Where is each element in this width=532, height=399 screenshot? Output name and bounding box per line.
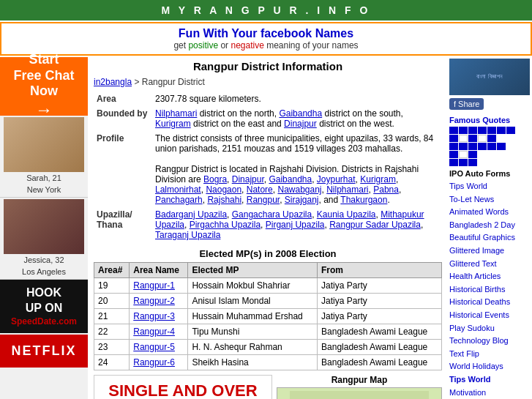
kurigram-link[interactable]: Kurigram (155, 119, 191, 129)
lalmonirhat-link[interactable]: Lalmonirhat (155, 184, 201, 195)
nilphamari-link2[interactable]: Nilphamari (326, 184, 368, 195)
person-label-2: Jessica, 32 (1, 254, 86, 266)
color-blocks (449, 127, 531, 166)
naogaon-link[interactable]: Naogaon (206, 184, 241, 195)
person-ad-2: Jessica, 32 Los Angeles (0, 198, 88, 280)
bogra-link[interactable]: Bogra (203, 174, 227, 184)
col-from: From (318, 263, 442, 278)
top-banner-image: বাংলা বিজ্ঞাপন (449, 59, 530, 95)
sidebar-link[interactable]: Historical Births (449, 283, 531, 297)
dinajpur-link2[interactable]: Dinajpur (232, 174, 264, 184)
kaunia-link[interactable]: Kaunia Upazila (317, 209, 376, 220)
svg-rect-0 (290, 391, 429, 399)
sidebar-link[interactable]: Glittered Text (449, 258, 531, 271)
col-area-name: Area Name (130, 263, 188, 278)
rangpur-area-link[interactable]: Rangpur-6 (133, 357, 175, 368)
chat-ad[interactable]: Start Free Chat Now → (0, 57, 88, 116)
site-logo[interactable]: M Y R A N G P U R . I N F O (162, 4, 371, 16)
site-header: M Y R A N G P U R . I N F O (0, 0, 532, 20)
kurigram-link2[interactable]: Kurigram (360, 174, 396, 184)
info-table: Area 2307.78 square kilometers. Bounded … (94, 92, 442, 242)
singles-ad[interactable]: SINGLE AND OVER 40 TRY (94, 375, 272, 399)
thakurgaon-link[interactable]: Thakurgaon (340, 195, 387, 205)
map-section: Rangpur Map W ← RANGPUR → E DISTRICT Ran… (277, 375, 442, 399)
nawabganj-link[interactable]: Nawabganj (277, 184, 321, 195)
info-row-upazilla: Upazilla/Thana Badarganj Upazila, Gangac… (94, 207, 442, 242)
sidebar-link[interactable]: Animated Words (449, 206, 531, 219)
person-image-1 (4, 117, 84, 172)
sidebar-link[interactable]: Glittered Image (449, 245, 531, 258)
right-sidebar: বাংলা বিজ্ঞাপন f Share Famous Quotes (448, 57, 532, 399)
sidebar-link[interactable]: Health Articles (449, 270, 531, 283)
joypurhat-link[interactable]: Joypurhat (317, 174, 356, 184)
person-location-2: Los Angeles (1, 266, 86, 277)
main-layout: Start Free Chat Now → Sarah, 21 New York… (0, 57, 532, 399)
badarganj-link[interactable]: Badarganj Upazila (155, 209, 227, 220)
election-table-header: Area# Area Name Elected MP From (94, 263, 442, 278)
pirgachha-link[interactable]: Pirgachha Upazila (190, 220, 261, 230)
pabna-link[interactable]: Pabna (373, 184, 399, 195)
election-row: 20 Rangpur-2 Anisul Islam Mondal Jatiya … (94, 294, 442, 309)
sidebar-link[interactable]: Beautiful Graphics (449, 231, 531, 245)
sidebar-link[interactable]: Tips World (449, 180, 531, 193)
election-row: 21 Rangpur-3 Hussain Muhammad Ershad Jat… (94, 309, 442, 324)
dinajpur-link[interactable]: Dinajpur (284, 119, 317, 129)
rangpur-sadar-link[interactable]: Rangpur Sadar Upazila (329, 220, 421, 230)
sidebar-link[interactable]: Play Sudoku (449, 322, 531, 335)
rangpur-area-link[interactable]: Rangpur-1 (133, 280, 175, 291)
sirajganj-link[interactable]: Sirajganj (285, 195, 319, 205)
person-label-1: Sarah, 21 (1, 172, 86, 184)
person-image-2 (4, 199, 84, 254)
sidebar-link[interactable]: Bangladesh 2 Day (449, 219, 531, 232)
page-title: Rangpur District Information (94, 60, 442, 72)
sidebar-link[interactable]: World Holidays (449, 360, 531, 373)
election-row: 19 Rangpur-1 Hossain Mokbul Shahriar Jat… (94, 278, 442, 294)
col-elected-mp: Elected MP (188, 263, 318, 278)
election-table: Area# Area Name Elected MP From 19 Rangp… (94, 262, 442, 370)
gangachara-link[interactable]: Gangachara Upazila (232, 209, 312, 220)
info-row-area: Area 2307.78 square kilometers. (94, 92, 442, 106)
rangpur-area-link[interactable]: Rangpur-4 (133, 327, 175, 337)
sidebar-link[interactable]: Technology Blog (449, 335, 531, 348)
rajshahi-link[interactable]: Rajshahi (207, 195, 241, 205)
rangpur-area-link[interactable]: Rangpur-2 (133, 296, 175, 306)
sidebar-link[interactable]: Text Flip (449, 348, 531, 361)
left-sidebar: Start Free Chat Now → Sarah, 21 New York… (0, 57, 88, 399)
sidebar-link[interactable]: Motivation (449, 387, 531, 400)
singles-ad-text: SINGLE AND OVER 40 (100, 381, 266, 399)
netflix-ad[interactable]: NETFLIX (0, 335, 88, 368)
election-row: 22 Rangpur-4 Tipu Munshi Bangladesh Awam… (94, 324, 442, 340)
pirganj-link[interactable]: Pirganj Upazila (266, 220, 325, 230)
rangpur-link[interactable]: Rangpur (247, 195, 280, 205)
sidebar-link[interactable]: To-Let News (449, 193, 531, 206)
person-location-1: New York (1, 184, 86, 195)
rangpur-area-link[interactable]: Rangpur-5 (133, 342, 175, 352)
bottom-ads: SINGLE AND OVER 40 TRY Rangpur Map W ← R… (94, 375, 442, 399)
map-title: Rangpur Map (277, 375, 442, 385)
hookup-ad[interactable]: HOOK UP ON SpeedDate.com (0, 280, 88, 333)
sidebar-link[interactable]: Historical Events (449, 309, 531, 322)
ad-title: Fun With Your facebook Names (5, 27, 527, 40)
person-ad-1: Sarah, 21 New York (0, 116, 88, 198)
info-row-bounded: Bounded by Nilphamari district on the no… (94, 106, 442, 131)
share-button[interactable]: f Share (449, 98, 531, 113)
col-area-num: Area# (94, 263, 130, 278)
taraganj-link[interactable]: Taraganj Upazila (155, 230, 220, 240)
natore-link[interactable]: Natore (247, 184, 273, 195)
gaibandha-link[interactable]: Gaibandha (279, 108, 322, 119)
facebook-share[interactable]: f Share (449, 98, 484, 110)
map-image: W ← RANGPUR → E DISTRICT Rangpur (277, 387, 442, 399)
center-content: Rangpur District Information in2bangla >… (88, 57, 448, 399)
ad-banner: Fun With Your facebook Names get positiv… (0, 22, 532, 56)
right-links: Tips WorldTo-Let NewsAnimated WordsBangl… (449, 180, 531, 399)
nilphamari-link[interactable]: Nilphamari (155, 108, 197, 119)
gaibandha-link2[interactable]: Gaibandha (269, 174, 312, 184)
election-row: 24 Rangpur-6 Sheikh Hasina Bangladesh Aw… (94, 355, 442, 370)
breadcrumb: in2bangla > Rangpur District (94, 77, 442, 87)
panchagarh-link[interactable]: Panchagarh (155, 195, 203, 205)
election-row: 23 Rangpur-5 H. N. Ashequr Rahman Bangla… (94, 340, 442, 355)
sidebar-link[interactable]: Tips World (449, 373, 531, 387)
rangpur-area-link[interactable]: Rangpur-3 (133, 311, 175, 321)
breadcrumb-link[interactable]: in2bangla (94, 77, 132, 87)
sidebar-link[interactable]: Historical Deaths (449, 296, 531, 309)
